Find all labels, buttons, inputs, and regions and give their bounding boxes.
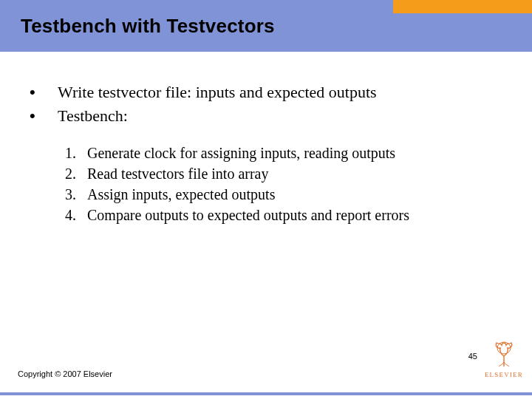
list-item: 1. Generate clock for assigning inputs, … [65,143,510,163]
tree-logo-icon [488,338,519,369]
bullet-item: • Testbench: [22,105,510,126]
numbered-list: 1. Generate clock for assigning inputs, … [22,143,510,225]
list-item: 2. Read testvectors file into array [65,163,510,184]
list-item: 3. Assign inputs, expected outputs [65,184,510,205]
elsevier-logo: ELSEVIER [485,338,523,378]
list-item: 4. Compare outputs to expected outputs a… [65,205,510,225]
slide-footer: Copyright © 2007 Elsevier 45 ELSEVIER [18,338,523,378]
page-number: 45 [468,352,477,378]
bullet-text: Write testvector file: inputs and expect… [58,81,377,103]
list-text: Compare outputs to expected outputs and … [87,205,409,225]
list-number: 1. [65,143,87,163]
bottom-accent-line [0,392,532,395]
logo-text: ELSEVIER [485,371,523,378]
list-number: 4. [65,205,87,225]
accent-rectangle [393,0,532,13]
footer-right: 45 ELSEVIER [468,338,523,378]
list-text: Read testvectors file into array [87,163,268,184]
slide-title: Testbench with Testvectors [21,15,275,38]
bullet-dot-icon: • [22,105,58,126]
list-text: Assign inputs, expected outputs [87,184,275,205]
bullet-list: • Write testvector file: inputs and expe… [22,81,510,126]
list-number: 2. [65,163,87,184]
title-band: Testbench with Testvectors [0,0,532,52]
list-text: Generate clock for assigning inputs, rea… [87,143,395,163]
list-number: 3. [65,184,87,205]
slide-content: • Write testvector file: inputs and expe… [0,52,532,225]
copyright-text: Copyright © 2007 Elsevier [18,369,112,378]
bullet-item: • Write testvector file: inputs and expe… [22,81,510,103]
bullet-text: Testbench: [58,105,128,126]
bullet-dot-icon: • [22,81,58,103]
